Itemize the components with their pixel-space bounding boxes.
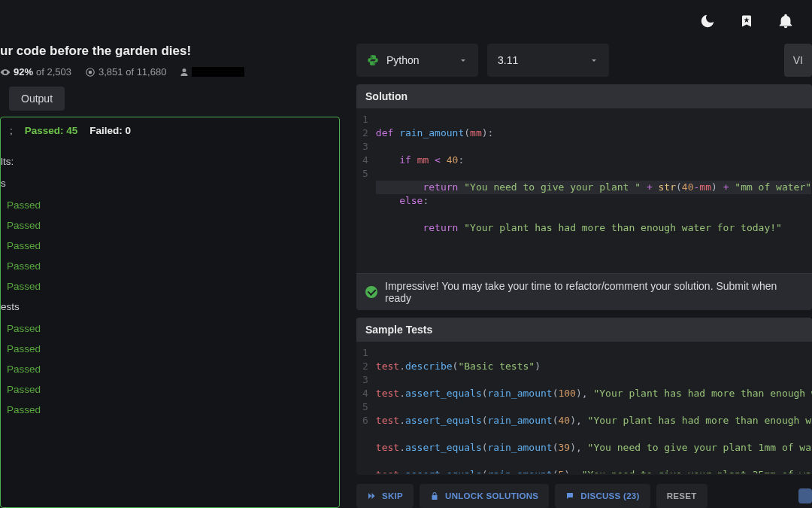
- skip-icon: [367, 491, 376, 500]
- svg-point-2: [89, 70, 92, 74]
- test-result: Passed: [1, 339, 339, 359]
- moon-icon[interactable]: [699, 13, 716, 32]
- python-icon: [367, 54, 379, 66]
- version-label: 3.11: [498, 54, 518, 66]
- tab-output[interactable]: Output: [9, 87, 65, 111]
- line-number: 3: [362, 140, 368, 154]
- reset-button[interactable]: RESET: [656, 484, 707, 508]
- results-panel: ; Passed: 45 Failed: 0 lts: s Passed Pas…: [0, 117, 340, 508]
- chevron-down-icon: [459, 56, 468, 65]
- time-stat: ;: [10, 125, 13, 136]
- version-select[interactable]: 3.11: [487, 44, 609, 77]
- kata-meta: 92% of 2,503 3,851 of 11,680: [0, 66, 340, 78]
- language-select[interactable]: Python: [356, 44, 478, 77]
- results-group-1: s: [1, 173, 339, 195]
- tests-editor[interactable]: 1 2 3 4 5 6 test.describe("Basic tests")…: [356, 342, 812, 473]
- tests-title: Sample Tests: [356, 318, 812, 342]
- solution-editor[interactable]: 1 2 3 4 5 def rain_amount(mm): if mm < 4…: [356, 108, 812, 273]
- kata-title: ur code before the garden dies!: [0, 44, 340, 59]
- lock-icon: [430, 491, 439, 500]
- comment-icon: [565, 491, 574, 500]
- passed-count: Passed: 45: [25, 125, 78, 136]
- line-number: 4: [362, 387, 368, 400]
- solution-panel: Solution 1 2 3 4 5 def rain_amount(mm): …: [356, 84, 812, 310]
- chevron-down-icon: [589, 56, 598, 65]
- failed-count: Failed: 0: [89, 125, 131, 136]
- tests-panel: Sample Tests 1 2 3 4 5 6 test.describe("…: [356, 318, 812, 475]
- test-result: Passed: [1, 195, 339, 215]
- line-number: 5: [362, 167, 368, 181]
- line-number: 1: [362, 113, 368, 126]
- bookmark-icon[interactable]: [740, 13, 753, 32]
- hint-text: Impressive! You may take your time to re…: [385, 280, 803, 304]
- test-result: Passed: [1, 400, 339, 420]
- satisfaction-stat: 92% of 2,503: [0, 66, 71, 78]
- submit-button[interactable]: [798, 488, 812, 503]
- test-result: Passed: [1, 318, 339, 339]
- line-number: 2: [362, 360, 368, 373]
- results-section-title: lts:: [1, 148, 339, 173]
- test-result: Passed: [1, 276, 339, 297]
- language-label: Python: [386, 54, 420, 66]
- check-icon: [365, 286, 377, 298]
- skip-button[interactable]: SKIP: [356, 484, 414, 508]
- line-number: 1: [362, 346, 368, 360]
- unlock-solutions-button[interactable]: UNLOCK SOLUTIONS: [420, 484, 549, 508]
- hint-bar: Impressive! You may take your time to re…: [356, 273, 812, 310]
- line-number: 4: [362, 154, 368, 167]
- solution-title: Solution: [356, 84, 812, 108]
- line-number: 5: [362, 400, 368, 414]
- test-result: Passed: [1, 256, 339, 276]
- test-result: Passed: [1, 379, 339, 400]
- bell-icon[interactable]: [777, 13, 794, 32]
- vim-toggle[interactable]: VI: [784, 44, 812, 77]
- line-number: 3: [362, 373, 368, 387]
- test-result: Passed: [1, 215, 339, 236]
- author-stat: [180, 67, 244, 77]
- test-result: Passed: [1, 236, 339, 256]
- completions-stat: 3,851 of 11,680: [85, 66, 166, 78]
- line-number: 6: [362, 414, 368, 427]
- discuss-button[interactable]: DISCUSS (23): [555, 484, 650, 508]
- results-group-2: ests: [1, 297, 339, 318]
- test-result: Passed: [1, 359, 339, 379]
- line-number: 2: [362, 126, 368, 140]
